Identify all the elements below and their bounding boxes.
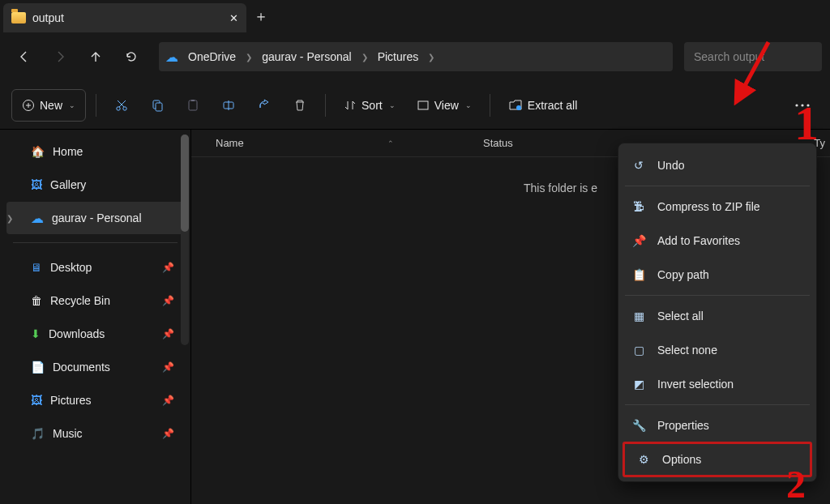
tab-title: output	[32, 11, 64, 24]
new-button[interactable]: New⌄	[11, 89, 86, 122]
sidebar-item-desktop[interactable]: 🖥Desktop 📌	[6, 251, 184, 284]
nav-refresh-button[interactable]	[115, 41, 148, 73]
recycle-icon: 🗑	[31, 294, 42, 307]
pin-icon: 📌	[631, 234, 646, 247]
menu-invert-selection[interactable]: ◩ Invert selection	[618, 367, 816, 401]
sidebar-separator	[13, 242, 178, 243]
downloads-icon: ⬇	[31, 327, 41, 340]
nav-up-button[interactable]	[79, 41, 112, 73]
gallery-icon: 🖼	[31, 178, 42, 191]
sidebar: 🏠Home 🖼Gallery ❯ ☁gaurav - Personal 🖥Des…	[0, 130, 191, 504]
menu-properties[interactable]: 🔧 Properties	[618, 408, 816, 442]
rename-button[interactable]	[213, 89, 244, 122]
sort-arrow-icon: ⌃	[387, 139, 394, 147]
chevron-right-icon: ❯	[362, 53, 368, 62]
extract-all-button[interactable]: Extract all	[500, 89, 585, 122]
pin-icon: 📌	[162, 262, 174, 273]
select-none-icon: ▢	[631, 344, 646, 357]
tab-bar: output ✕ ＋	[0, 0, 830, 32]
menu-undo[interactable]: ↺ Undo	[618, 148, 816, 182]
sort-button[interactable]: Sort⌄	[336, 89, 404, 122]
sidebar-item-home[interactable]: 🏠Home	[6, 135, 184, 168]
sidebar-item-personal[interactable]: ❯ ☁gaurav - Personal	[6, 202, 184, 234]
documents-icon: 📄	[31, 361, 45, 374]
home-icon: 🏠	[31, 145, 45, 158]
sidebar-item-pictures[interactable]: 🖼Pictures 📌	[6, 384, 184, 416]
pin-icon: 📌	[162, 295, 174, 306]
more-button[interactable]	[786, 89, 819, 122]
gear-icon: ⚙	[636, 453, 651, 466]
menu-copy-path[interactable]: 📋 Copy path	[618, 258, 816, 292]
search-placeholder: Search output	[694, 50, 764, 63]
onedrive-icon: ☁	[31, 211, 44, 226]
svg-point-12	[806, 104, 809, 106]
pin-icon: 📌	[162, 428, 174, 439]
svg-point-9	[516, 105, 521, 110]
svg-rect-6	[191, 100, 195, 101]
menu-separator	[625, 186, 810, 186]
pictures-icon: 🖼	[31, 394, 42, 407]
nav-back-button[interactable]	[8, 41, 41, 73]
delete-button[interactable]	[285, 89, 315, 122]
crumb-pictures[interactable]: Pictures	[371, 47, 426, 66]
cut-button[interactable]	[106, 89, 137, 122]
toolbar-separator	[490, 94, 490, 117]
pin-icon: 📌	[162, 395, 174, 406]
svg-rect-8	[418, 101, 428, 109]
toolbar: New⌄ Sort⌄ View⌄ Extract all	[0, 81, 830, 130]
svg-rect-5	[189, 100, 197, 110]
onedrive-icon: ☁	[165, 49, 178, 65]
close-tab-icon[interactable]: ✕	[229, 12, 238, 24]
share-button[interactable]	[249, 89, 280, 122]
zip-icon: 🗜	[631, 200, 646, 213]
wrench-icon: 🔧	[631, 419, 646, 432]
breadcrumb: ☁ OneDrive ❯ gaurav - Personal ❯ Picture…	[159, 42, 673, 71]
paste-button[interactable]	[178, 89, 208, 122]
sidebar-item-gallery[interactable]: 🖼Gallery	[6, 169, 184, 201]
music-icon: 🎵	[31, 427, 45, 440]
pin-icon: 📌	[162, 328, 174, 340]
svg-point-2	[123, 106, 126, 109]
folder-icon	[11, 12, 26, 23]
sidebar-item-music[interactable]: 🎵Music 📌	[6, 417, 184, 450]
chevron-right-icon: ❯	[6, 214, 13, 223]
tab-output[interactable]: output ✕	[3, 3, 246, 32]
scrollbar-thumb[interactable]	[181, 135, 189, 232]
new-tab-button[interactable]: ＋	[246, 6, 276, 26]
svg-point-11	[801, 104, 803, 106]
menu-options[interactable]: ⚙ Options	[623, 442, 811, 476]
nav-forward-button[interactable]	[44, 41, 76, 73]
menu-add-favorites[interactable]: 📌 Add to Favorites	[618, 224, 816, 258]
menu-select-all[interactable]: ▦ Select all	[618, 299, 816, 333]
path-icon: 📋	[631, 268, 646, 281]
column-name[interactable]: Name ⌃	[191, 137, 483, 149]
more-menu: ↺ Undo 🗜 Compress to ZIP file 📌 Add to F…	[618, 143, 817, 482]
column-status[interactable]: Status	[483, 137, 580, 149]
desktop-icon: 🖥	[31, 261, 42, 274]
select-all-icon: ▦	[631, 310, 646, 322]
sidebar-item-recycle[interactable]: 🗑Recycle Bin 📌	[6, 284, 184, 317]
search-input[interactable]: Search output	[684, 42, 822, 71]
copy-button[interactable]	[142, 89, 173, 122]
svg-rect-4	[156, 103, 162, 111]
chevron-right-icon: ❯	[246, 53, 252, 62]
svg-point-10	[795, 104, 798, 106]
sidebar-item-documents[interactable]: 📄Documents 📌	[6, 351, 184, 383]
nav-bar: ☁ OneDrive ❯ gaurav - Personal ❯ Picture…	[0, 32, 830, 81]
chevron-right-icon: ❯	[428, 53, 434, 62]
crumb-personal[interactable]: gaurav - Personal	[255, 47, 358, 66]
undo-icon: ↺	[631, 159, 646, 172]
view-button[interactable]: View⌄	[409, 89, 480, 122]
invert-icon: ◩	[631, 378, 646, 391]
toolbar-separator	[325, 94, 326, 117]
menu-separator	[625, 404, 810, 405]
sidebar-item-downloads[interactable]: ⬇Downloads 📌	[6, 318, 184, 350]
crumb-onedrive[interactable]: OneDrive	[182, 47, 242, 66]
menu-compress[interactable]: 🗜 Compress to ZIP file	[618, 190, 816, 224]
svg-point-1	[117, 106, 120, 109]
pin-icon: 📌	[162, 361, 174, 373]
toolbar-separator	[96, 94, 96, 117]
menu-separator	[625, 295, 810, 296]
menu-select-none[interactable]: ▢ Select none	[618, 333, 816, 367]
